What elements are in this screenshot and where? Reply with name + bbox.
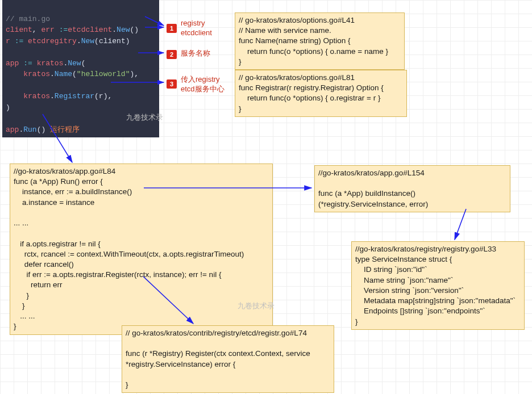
code-token: :=: [15, 37, 24, 45]
annotation-pass-registry: 传入registry etcd服务中心: [181, 75, 225, 94]
badge-2: 2: [167, 50, 177, 59]
code-token: app: [6, 59, 19, 68]
note-service-instance: //go-kratos/kratos/registry/registry.go#…: [351, 241, 525, 330]
code-token: Run: [23, 125, 36, 134]
code-token: ): [6, 103, 10, 112]
code-token: (): [37, 125, 46, 134]
code-token: New: [117, 26, 130, 34]
svg-line-6: [455, 209, 466, 240]
badge-3: 3: [167, 79, 177, 89]
annotation-service-name: 服务名称: [181, 49, 210, 58]
code-token: "helloworld": [77, 70, 130, 78]
code-token: etcdregitry: [28, 37, 77, 45]
code-token: client: [6, 26, 32, 34]
note-etcd-register: // go-kratos/kratos/contrib/registry/etc…: [122, 325, 334, 393]
note-build-instance: //go-kratos/kratos/app.go#L154 func (a *…: [314, 165, 510, 212]
code-token: ),: [130, 70, 139, 78]
code-token: app: [6, 125, 19, 134]
code-token: kratos: [6, 92, 50, 100]
code-token: (r),: [94, 92, 112, 100]
code-line: // main.go: [6, 15, 50, 23]
code-token: err: [41, 26, 54, 34]
code-token: :=: [59, 26, 68, 34]
code-token: kratos: [37, 59, 64, 68]
code-token: Registrar: [55, 92, 94, 100]
note-options-registrar: // go-kratos/kratos/options.go#L81 func …: [235, 70, 407, 117]
code-token: New: [81, 37, 94, 45]
code-token: kratos: [6, 70, 50, 78]
code-token: (: [81, 59, 86, 68]
code-token: r: [6, 37, 10, 45]
watermark-2: 九卷技术录: [238, 301, 275, 311]
code-token: (): [130, 26, 139, 34]
code-token: etcdclient: [68, 26, 112, 34]
code-token: :=: [23, 59, 32, 68]
note-options-name: // go-kratos/kratos/options.go#L41 // Na…: [235, 12, 405, 70]
code-token: (client): [94, 37, 130, 45]
annotation-registry-etcdclient: registry etcdclient: [181, 19, 212, 38]
code-token: (: [72, 70, 77, 78]
badge-1: 1: [167, 24, 177, 33]
code-token: 运行程序: [45, 125, 80, 134]
watermark-1: 九卷技术录: [126, 112, 163, 123]
note-app-run: //go-kratos/kratos/app.go#L84 func (a *A…: [10, 164, 273, 335]
code-token: New: [68, 59, 81, 68]
code-token: Name: [55, 70, 72, 78]
